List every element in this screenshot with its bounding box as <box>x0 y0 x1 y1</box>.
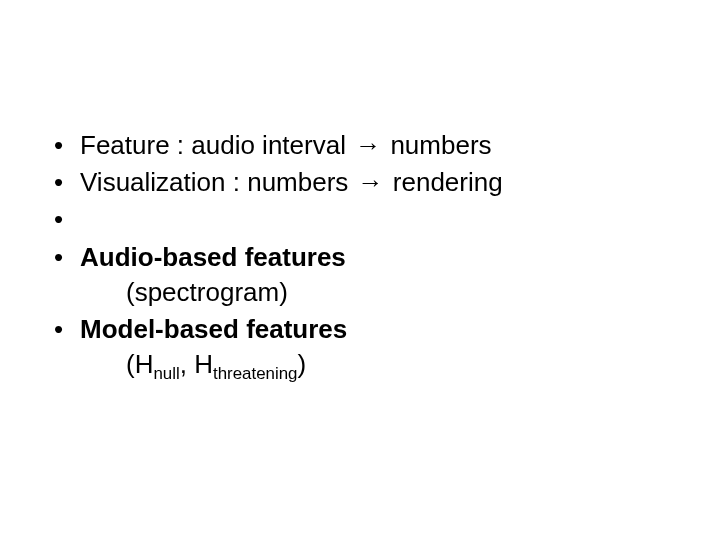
feature-title: Model-based features <box>80 314 347 344</box>
feature-sub: (spectrogram) <box>80 275 720 310</box>
bullet-feature: Feature : audio interval → numbers <box>54 128 720 163</box>
bullet-visualization: Visualization : numbers → rendering <box>54 165 720 200</box>
to-text: rendering <box>393 167 503 197</box>
h-symbol: H <box>194 349 213 379</box>
paren-close: ) <box>298 349 307 379</box>
arrow-icon: → <box>353 128 383 163</box>
bullet-model-features: Model-based features (Hnull, Hthreatenin… <box>54 312 720 382</box>
feature-sub: (Hnull, Hthreatening) <box>80 347 720 382</box>
h-symbol: H <box>135 349 154 379</box>
term: Feature <box>80 130 170 160</box>
feature-title: Audio-based features <box>80 242 346 272</box>
from-text: numbers <box>247 167 348 197</box>
comma: , <box>180 349 194 379</box>
separator: : <box>226 167 248 197</box>
spacer <box>54 202 720 238</box>
paren-open: ( <box>126 349 135 379</box>
slide: Feature : audio interval → numbers Visua… <box>0 0 720 540</box>
from-text: audio interval <box>191 130 346 160</box>
to-text: numbers <box>390 130 491 160</box>
bullet-list: Feature : audio interval → numbers Visua… <box>54 128 720 383</box>
h-subscript: threatening <box>213 365 298 384</box>
arrow-icon: → <box>356 165 386 200</box>
h-subscript: null <box>153 365 179 384</box>
separator: : <box>170 130 192 160</box>
bullet-audio-features: Audio-based features (spectrogram) <box>54 240 720 310</box>
term: Visualization <box>80 167 226 197</box>
